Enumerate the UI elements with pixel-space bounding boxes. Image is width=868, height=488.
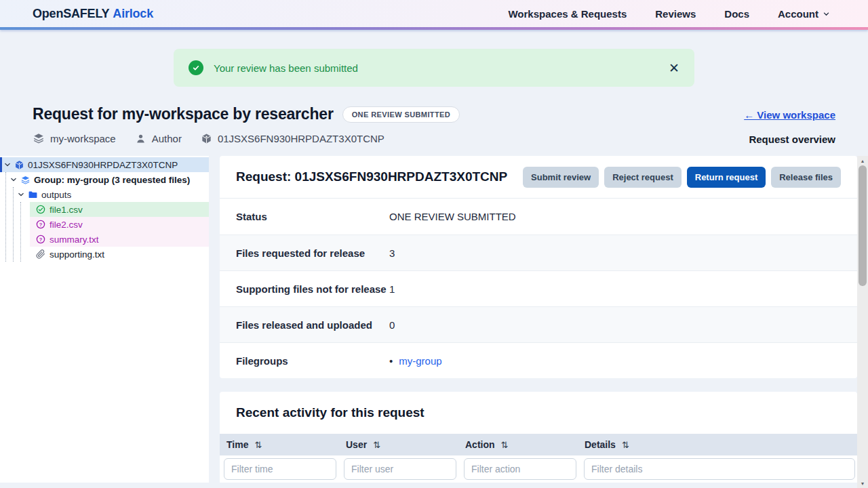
- detail-row-files-released: Files released and uploaded 0: [220, 306, 857, 342]
- request-detail-card: Request: 01JSXS6FN930HRPDAZT3X0TCNP Subm…: [220, 156, 857, 378]
- sort-icon[interactable]: ⇅: [373, 440, 380, 450]
- meta-author: Author: [135, 133, 182, 144]
- request-card-title: Request: 01JSXS6FN930HRPDAZT3X0TCNP: [236, 169, 507, 184]
- cube-icon: [14, 160, 24, 170]
- brand-logo[interactable]: OpenSAFELYAirlock: [33, 7, 153, 21]
- layers-icon: [33, 132, 45, 144]
- submit-review-button[interactable]: Submit review: [523, 167, 599, 188]
- nav-menu: Workspaces & Requests Reviews Docs Accou…: [508, 8, 830, 20]
- bullet: •: [389, 355, 393, 367]
- sort-icon[interactable]: ⇅: [254, 440, 262, 450]
- tree-item-supporting[interactable]: supporting.txt: [30, 247, 209, 262]
- activity-filter-row: [220, 455, 857, 483]
- chevron-down-icon[interactable]: [4, 161, 11, 168]
- layers-icon: [20, 175, 31, 185]
- page-title: Request for my-workspace by researcher: [33, 105, 334, 123]
- user-icon: [135, 133, 146, 144]
- recent-activity-title: Recent activity for this request: [220, 392, 857, 420]
- tree-indent-guide: [20, 202, 21, 262]
- scrollbar-up-arrow[interactable]: ▲: [857, 156, 868, 165]
- column-header-action[interactable]: Action ⇅: [458, 439, 578, 450]
- brand-name: OpenSAFELY: [33, 7, 109, 20]
- tree-item-file1[interactable]: file1.csv: [30, 202, 209, 217]
- column-header-time[interactable]: Time ⇅: [220, 439, 339, 450]
- folder-icon: [28, 190, 38, 200]
- top-navbar: OpenSAFELYAirlock Workspaces & Requests …: [0, 0, 868, 30]
- success-alert: Your review has been submitted ✕: [174, 49, 694, 87]
- file-approved-icon: [36, 205, 45, 214]
- sort-icon[interactable]: ⇅: [622, 440, 629, 450]
- column-header-user[interactable]: User ⇅: [339, 439, 458, 450]
- release-files-button[interactable]: Release files: [771, 167, 841, 188]
- meta-workspace: my-workspace: [33, 132, 116, 144]
- sort-icon[interactable]: ⇅: [501, 440, 509, 450]
- filter-time-input[interactable]: [224, 458, 336, 480]
- paperclip-icon: [36, 249, 45, 259]
- cube-icon: [201, 133, 212, 144]
- nav-account[interactable]: Account: [778, 8, 830, 20]
- page-heading: Request for my-workspace by researcher O…: [33, 105, 460, 123]
- detail-row-files-requested: Files requested for release 3: [220, 235, 857, 270]
- tree-item-outputs-folder[interactable]: outputs: [0, 187, 209, 202]
- tree-item-group[interactable]: Group: my-group (3 requested files): [0, 172, 209, 187]
- reject-request-button[interactable]: Reject request: [604, 167, 682, 188]
- nav-workspaces-requests[interactable]: Workspaces & Requests: [508, 8, 627, 20]
- chevron-down-icon[interactable]: [18, 191, 24, 198]
- brand-product: Airlock: [113, 7, 153, 20]
- scrollbar-thumb[interactable]: [859, 165, 867, 286]
- request-actions: Submit review Reject request Return requ…: [523, 167, 841, 188]
- activity-table-header: Time ⇅ User ⇅ Action ⇅ Details ⇅: [220, 434, 857, 455]
- request-meta: my-workspace Author 01JSXS6FN930HRPDAZT3…: [33, 132, 384, 144]
- detail-row-supporting-files: Supporting files not for release 1: [220, 270, 857, 306]
- filter-user-input[interactable]: [344, 458, 456, 480]
- alert-message: Your review has been submitted: [214, 62, 358, 74]
- success-check-icon: [189, 60, 203, 75]
- main-scrollbar[interactable]: ▲ ▼: [857, 156, 868, 488]
- file-undecided-icon: ?: [36, 235, 45, 244]
- detail-row-filegroups: Filegroups • my-group: [220, 342, 857, 378]
- alert-close-button[interactable]: ✕: [669, 62, 679, 75]
- nav-reviews[interactable]: Reviews: [655, 8, 696, 20]
- status-badge: ONE REVIEW SUBMITTED: [342, 106, 460, 123]
- svg-text:?: ?: [39, 237, 43, 243]
- view-workspace-link[interactable]: ← View workspace: [744, 109, 835, 121]
- file-undecided-icon: ?: [36, 220, 45, 229]
- request-overview-label: Request overview: [749, 134, 835, 145]
- detail-row-status: Status ONE REVIEW SUBMITTED: [220, 199, 857, 235]
- nav-docs[interactable]: Docs: [724, 8, 749, 20]
- airlock-app: OpenSAFELYAirlock Workspaces & Requests …: [0, 0, 868, 488]
- tree-item-request-root[interactable]: 01JSXS6FN930HRPDAZT3X0TCNP: [0, 157, 209, 172]
- return-request-button[interactable]: Return request: [687, 167, 766, 188]
- chevron-down-icon[interactable]: [10, 176, 17, 183]
- tree-item-summary[interactable]: ? summary.txt: [30, 232, 209, 247]
- chevron-down-icon: [823, 10, 830, 18]
- svg-text:?: ?: [39, 222, 43, 228]
- recent-activity-card: Recent activity for this request Time ⇅ …: [220, 392, 857, 483]
- tree-item-file2[interactable]: ? file2.csv: [30, 217, 209, 232]
- meta-request-id: 01JSXS6FN930HRPDAZT3X0TCNP: [201, 133, 384, 144]
- filter-details-input[interactable]: [584, 458, 855, 480]
- scrollbar-down-arrow[interactable]: ▼: [857, 479, 868, 488]
- filegroup-link[interactable]: my-group: [399, 355, 441, 367]
- request-card-header: Request: 01JSXS6FN930HRPDAZT3X0TCNP Subm…: [220, 156, 857, 199]
- filter-action-input[interactable]: [464, 458, 576, 480]
- file-tree: 01JSXS6FN930HRPDAZT3X0TCNP Group: my-gro…: [0, 156, 209, 483]
- column-header-details[interactable]: Details ⇅: [578, 439, 857, 450]
